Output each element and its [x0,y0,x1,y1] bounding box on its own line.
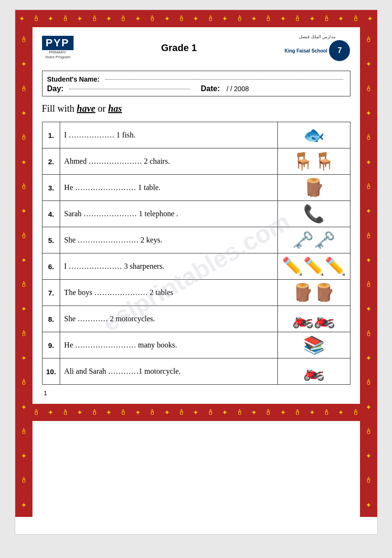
deco-candle: 🕯 [265,14,272,23]
exercise-image: 🗝️🗝️ [277,227,350,253]
deco-candle: 🕯 [352,14,360,23]
exercise-sentence: He …………………… 1 table. [60,175,277,201]
exercise-image: 📞 [277,201,350,227]
deco-candle: 🕯 [148,14,156,23]
exercise-image: 🏍️ [277,358,350,385]
school-arabic: مدارس الملك فيصل [299,34,336,39]
exercise-image: 🪑🪑 [277,148,350,175]
pyp-text: PYP [42,36,74,50]
page-number: 1 [42,390,350,397]
school-badge: 7 [329,40,350,61]
table-row: 1.I ……………… 1 fish.🐟 [42,122,350,148]
or-text: or [95,103,108,114]
exercise-number: 1. [42,122,60,148]
deco-star: ✦ [338,15,344,22]
exercise-sentence: Sarah ………………… 1 telephone . [60,201,277,227]
exercise-sentence: The boys ………………… 2 tables [60,280,277,306]
student-info-box: Student's Name: Day: Date: / / 2008 [42,71,350,96]
grade-title: Grade 1 [161,42,197,53]
worksheet-page: ✦ 🕯 ✦ 🕯 ✦ 🕯 ✦ 🕯 ✦ 🕯 ✦ 🕯 ✦ 🕯 ✦ 🕯 ✦ 🕯 ✦ 🕯 … [15,10,378,535]
have-word: have [77,103,95,114]
exercise-image: 🏍️🏍️ [277,306,350,332]
exercise-image: 🪵🪵 [277,280,350,306]
exercise-number: 4. [42,201,60,227]
table-row: 2.Ahmed ………………… 2 chairs.🪑🪑 [42,148,350,175]
table-row: 3.He …………………… 1 table.🪵 [42,175,350,201]
exercise-sentence: I ……………… 1 fish. [60,122,277,148]
table-row: 5.She …………………… 2 keys.🗝️🗝️ [42,227,350,253]
deco-star: ✦ [48,15,53,22]
exercise-sentence: I ………………… 3 sharpeners. [60,253,277,280]
deco-star: ✦ [222,15,228,22]
name-label: Student's Name: [47,75,100,83]
deco-candle: 🕯 [62,14,69,23]
exercise-number: 8. [42,306,60,332]
table-row: 10.Ali and Sarah …………1 motorcycle.🏍️ [42,358,350,385]
exercise-sentence: Ali and Sarah …………1 motorcycle. [60,358,277,385]
bottom-border: ✦ 🕯 ✦ 🕯 ✦ 🕯 ✦ 🕯 ✦ 🕯 ✦ 🕯 ✦ 🕯 ✦ 🕯 ✦ 🕯 ✦ 🕯 … [15,404,377,421]
deco-star: ✦ [106,15,112,22]
deco-star: ✦ [367,15,373,22]
left-border: 🕯 ✦ 🕯 ✦ 🕯 ✦ 🕯 ✦ 🕯 ✦ 🕯 ✦ 🕯 ✦ 🕯 ✦ 🕯 ✦ 🕯 ✦ [15,27,32,517]
date-half: Date: / / 2008 [201,84,345,93]
exercise-number: 6. [42,253,60,280]
exercise-number: 2. [42,148,60,175]
deco-star: ✦ [77,15,83,22]
name-dots [105,79,343,80]
deco-candle: 🕯 [207,14,214,23]
table-row: 6.I ………………… 3 sharpeners.✏️✏️✏️ [42,253,350,280]
day-dots [69,89,189,89]
deco-star: ✦ [164,15,170,22]
deco-candle: 🕯 [32,14,40,23]
deco-star: ✦ [19,15,25,22]
pyp-subtitle: PRIMARYYears Program [45,50,70,59]
table-row: 9.He …………………… many books.📚 [42,332,350,358]
exercise-sentence: Ahmed ………………… 2 chairs. [60,148,277,175]
date-value: / / 2008 [227,85,249,93]
exercise-image: 🪵 [277,175,350,201]
right-border: 🕯 ✦ 🕯 ✦ 🕯 ✦ 🕯 ✦ 🕯 ✦ 🕯 ✦ 🕯 ✦ 🕯 ✦ 🕯 ✦ 🕯 ✦ [360,27,377,517]
name-row: Student's Name: [47,75,345,83]
exercise-image: 🐟 [277,122,350,148]
day-half: Day: [47,84,191,93]
fill-instruction: Fill with have or has [42,103,350,114]
fill-prefix: Fill with [42,103,77,114]
pyp-logo: PYP PRIMARYYears Program [42,36,74,59]
day-date-row: Day: Date: / / 2008 [47,84,345,93]
exercise-number: 3. [42,175,60,201]
exercise-number: 9. [42,332,60,358]
top-border: ✦ 🕯 ✦ 🕯 ✦ 🕯 ✦ 🕯 ✦ 🕯 ✦ 🕯 ✦ 🕯 ✦ 🕯 ✦ 🕯 ✦ 🕯 … [15,10,377,27]
deco-candle: 🕯 [323,14,330,23]
school-name: King Faisal School [285,48,327,53]
exercise-number: 10. [42,358,60,385]
deco-candle: 🕯 [91,14,98,23]
deco-star: ✦ [193,15,199,22]
date-label: Date: [201,84,220,93]
exercise-image: 📚 [277,332,350,358]
deco-star: ✦ [280,15,286,22]
exercise-table: 1.I ……………… 1 fish.🐟2.Ahmed ………………… 2 cha… [42,122,350,385]
exercise-sentence: She ………… 2 motorcycles. [60,306,277,332]
table-row: 8.She ………… 2 motorcycles.🏍️🏍️ [42,306,350,332]
main-content: PYP PRIMARYYears Program Grade 1 مدارس ا… [32,27,360,404]
exercise-sentence: She …………………… 2 keys. [60,227,277,253]
exercise-number: 7. [42,280,60,306]
deco-star: ✦ [135,15,141,22]
table-row: 4.Sarah ………………… 1 telephone .📞 [42,201,350,227]
deco-candle: 🕯 [119,14,127,23]
deco-candle: 🕯 [294,14,301,23]
exercise-image: ✏️✏️✏️ [277,253,350,280]
header-section: PYP PRIMARYYears Program Grade 1 مدارس ا… [42,34,350,65]
deco-star: ✦ [309,15,315,22]
deco-candle: 🕯 [236,14,244,23]
exercise-sentence: He …………………… many books. [60,332,277,358]
deco-candle: 🕯 [178,14,185,23]
has-word: has [108,103,122,114]
school-logo: مدارس الملك فيصل King Faisal School 7 [285,34,350,61]
exercise-number: 5. [42,227,60,253]
table-row: 7.The boys ………………… 2 tables🪵🪵 [42,280,350,306]
deco-star: ✦ [251,15,257,22]
day-label: Day: [47,84,64,93]
